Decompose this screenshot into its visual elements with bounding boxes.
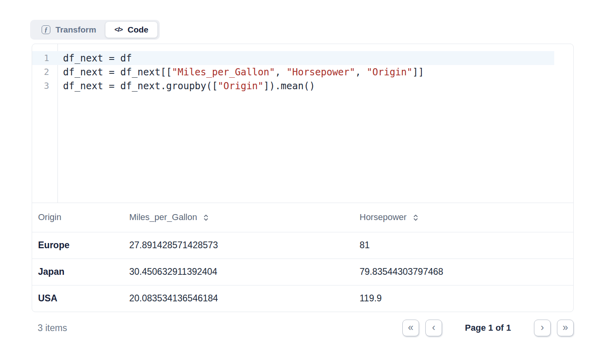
double-chevron-left-icon: « bbox=[408, 322, 413, 334]
value-cell: 119.9 bbox=[354, 285, 573, 312]
last-page-button[interactable]: » bbox=[557, 320, 574, 336]
first-page-button[interactable]: « bbox=[402, 320, 419, 336]
items-count: 3 items bbox=[32, 323, 67, 333]
tab-code-label: Code bbox=[128, 25, 149, 34]
code-text: df_next = df_next[["Miles_per_Gallon", "… bbox=[58, 67, 424, 78]
tab-bar: ƒ Transform </> Code bbox=[30, 20, 160, 40]
sort-icon[interactable] bbox=[203, 214, 209, 221]
value-cell: 79.83544303797468 bbox=[354, 259, 573, 285]
origin-cell: Japan bbox=[32, 259, 123, 285]
code-editor[interactable]: 1df_next = df2df_next = df_next[["Miles_… bbox=[32, 44, 573, 203]
column-header-horsepower[interactable]: Horsepower bbox=[354, 203, 573, 232]
table-row: Europe27.89142857142857381 bbox=[32, 232, 573, 259]
next-page-button[interactable]: › bbox=[534, 320, 551, 336]
value-cell: 27.891428571428573 bbox=[123, 232, 354, 259]
column-label: Miles_per_Gallon bbox=[129, 212, 197, 222]
code-text: df_next = df_next.groupby(["Origin"]).me… bbox=[58, 80, 315, 92]
double-chevron-right-icon: » bbox=[563, 322, 568, 334]
value-cell: 81 bbox=[354, 232, 573, 259]
code-text: df_next = df bbox=[58, 53, 132, 64]
pagination: « ‹ Page 1 of 1 › » bbox=[402, 320, 574, 336]
line-number: 1 bbox=[32, 53, 58, 63]
column-label: Origin bbox=[38, 212, 61, 222]
code-lines: 1df_next = df2df_next = df_next[["Miles_… bbox=[32, 51, 573, 93]
column-header-origin: Origin bbox=[32, 203, 123, 232]
tab-transform-label: Transform bbox=[56, 25, 96, 34]
origin-cell: USA bbox=[32, 285, 123, 312]
footer: 3 items « ‹ Page 1 of 1 › » bbox=[32, 316, 574, 340]
code-line[interactable]: 2df_next = df_next[["Miles_per_Gallon", … bbox=[32, 65, 573, 79]
prev-page-button[interactable]: ‹ bbox=[425, 320, 442, 336]
value-cell: 30.450632911392404 bbox=[123, 259, 354, 285]
chevron-left-icon: ‹ bbox=[432, 322, 435, 334]
line-number: 3 bbox=[32, 81, 58, 91]
result-table: Origin Miles_per_Gallon bbox=[32, 203, 573, 312]
page-indicator: Page 1 of 1 bbox=[465, 323, 511, 333]
function-icon: ƒ bbox=[42, 25, 50, 34]
value-cell: 20.083534136546184 bbox=[123, 285, 354, 312]
line-number: 2 bbox=[32, 67, 58, 77]
code-icon: </> bbox=[115, 26, 122, 34]
tab-code[interactable]: </> Code bbox=[105, 22, 158, 38]
code-line[interactable]: 3df_next = df_next.groupby(["Origin"]).m… bbox=[32, 79, 573, 93]
chevron-right-icon: › bbox=[541, 322, 544, 334]
column-header-miles-per-gallon[interactable]: Miles_per_Gallon bbox=[123, 203, 354, 232]
sort-icon[interactable] bbox=[413, 214, 419, 221]
column-label: Horsepower bbox=[360, 212, 407, 222]
table-row: USA20.083534136546184119.9 bbox=[32, 285, 573, 312]
table-body: Europe27.89142857142857381Japan30.450632… bbox=[32, 232, 573, 312]
table-header-row: Origin Miles_per_Gallon bbox=[32, 203, 573, 232]
code-line[interactable]: 1df_next = df bbox=[32, 51, 554, 65]
table-row: Japan30.45063291139240479.83544303797468 bbox=[32, 259, 573, 285]
tab-transform[interactable]: ƒ Transform bbox=[33, 22, 105, 38]
transform-panel: 1df_next = df2df_next = df_next[["Miles_… bbox=[32, 44, 574, 312]
origin-cell: Europe bbox=[32, 232, 123, 259]
